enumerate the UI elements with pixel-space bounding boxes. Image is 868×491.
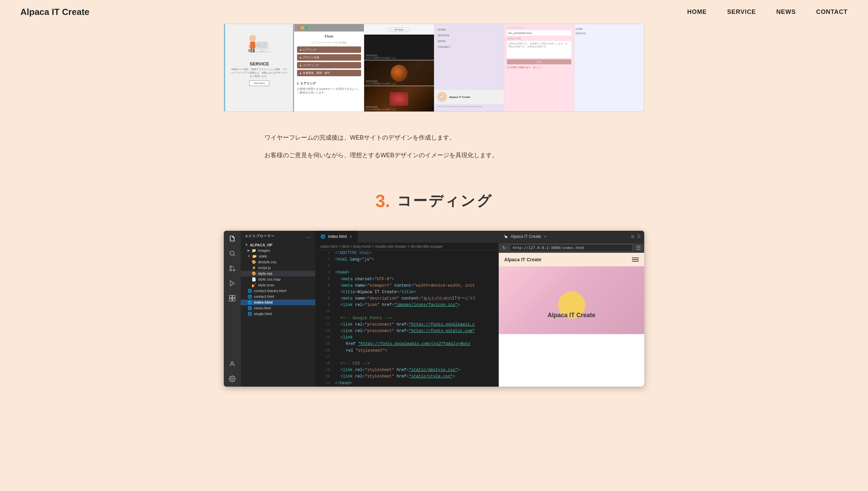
explorer-news-html[interactable]: 🌐 news.html xyxy=(241,305,315,311)
explorer-destyle-css[interactable]: 🎨 destyle.css xyxy=(241,259,315,265)
preview-hero: Alpaca IT Create xyxy=(499,266,644,334)
preview-tabs: 🦙 Alpaca IT Create ✕ ⊞ ☰ xyxy=(499,231,644,243)
all-news-btn[interactable]: ← All News → xyxy=(388,27,410,32)
panel5-email-label: メールアドレス xyxy=(507,26,571,29)
explorer-root-folder[interactable]: ▼ ALPACA_HP xyxy=(241,242,315,248)
logo[interactable]: Alpaca IT Create xyxy=(20,7,90,17)
explorer-contact-html[interactable]: 🌐 contact.html xyxy=(241,294,315,300)
refresh-icon[interactable]: ↻ xyxy=(502,245,506,250)
preview-tab[interactable]: 🦙 Alpaca IT Create ✕ xyxy=(499,231,552,243)
panel5-content-text: お問合せ内容です。お客様のご意見をお伺いします。お問合せ内容です。お問合せ内容で… xyxy=(507,41,571,58)
explorer-icon[interactable] xyxy=(228,234,237,243)
panel6-nav-service: SERVICE xyxy=(574,31,644,36)
main-nav: HOME SERVICE NEWS CONTACT xyxy=(687,8,848,16)
paragraph-1: ワイヤーフレームの完成後は、WEBサイトのデザインを作成します。 xyxy=(264,132,604,143)
flow-step-1: ヒアリング xyxy=(297,46,361,53)
svg-marker-17 xyxy=(230,281,234,286)
nav-link-home[interactable]: HOME xyxy=(687,8,707,15)
explorer-contact-thanks[interactable]: 🌐 contact-thanks.html xyxy=(241,288,315,294)
contact-html-label: contact.html xyxy=(254,294,274,299)
preview-site-header: Alpaca IT Create xyxy=(499,253,644,266)
preview-addressbar: ↻ http://127.0.0.1:3000/index.html ☰ xyxy=(499,243,644,253)
preview-tab-close-icon[interactable]: ✕ xyxy=(544,235,547,239)
folder-open-arrow-icon: ▼ xyxy=(248,254,251,258)
tab-close-icon[interactable]: ✕ xyxy=(350,235,352,239)
nav-link-service[interactable]: SERVICE xyxy=(727,8,756,15)
step1-label: 1. ヒアリング xyxy=(297,81,361,86)
vscode-window: エクスプローラー ... ▼ ALPACA_HP ▶ 📁 images xyxy=(224,231,644,387)
explorer-root: ▼ ALPACA_HP ▶ 📁 images ▼ 📂 static xyxy=(241,242,315,318)
preview-url[interactable]: http://127.0.0.1:3000/index.html xyxy=(510,244,633,251)
explorer-script-js[interactable]: ⚡ script.js xyxy=(241,265,315,271)
wireframe-panel-5: メールアドレス taro_yamada@examp お問合せ内容 お問合せ内容で… xyxy=(504,24,574,111)
hamburger-menu[interactable] xyxy=(632,258,639,262)
accounts-icon[interactable] xyxy=(228,360,237,368)
main-content: SERVICE WEBサイト制作、WEBアプリケーション開発、スマートフォンアプ… xyxy=(0,24,868,407)
panel1-view-more[interactable]: View More xyxy=(249,80,269,86)
code-line-19: 19 <link rel="stylesheet" href="static/d… xyxy=(315,367,498,373)
settings-icon[interactable] xyxy=(228,374,237,383)
contact-thanks-label: contact-thanks.html xyxy=(254,289,286,293)
code-line-1: 1 <!DOCTYPE html> xyxy=(315,250,498,257)
scss-file-icon: 💅 xyxy=(252,283,256,287)
editor-tab-index[interactable]: 🌐 index.html ✕ xyxy=(315,231,358,243)
vscode-activity-bar xyxy=(224,231,241,387)
active-tab-label: 🌐 xyxy=(320,234,326,239)
explorer-single-html[interactable]: 🌐 single.html xyxy=(241,311,315,317)
extensions-icon[interactable] xyxy=(228,294,237,303)
explorer-index-html[interactable]: 🌐 index.html xyxy=(241,300,315,305)
nav-item-news[interactable]: NEWS xyxy=(776,8,796,16)
wireframe-section: SERVICE WEBサイト制作、WEBアプリケーション開発、スマートフォンアプ… xyxy=(0,24,868,122)
explorer-header: エクスプローラー ... xyxy=(241,231,315,242)
style-css-label: style.css xyxy=(258,271,272,275)
folder-collapse-icon: ▶ xyxy=(248,249,250,252)
nav-item-service[interactable]: SERVICE xyxy=(727,8,756,16)
nav-item-home[interactable]: HOME xyxy=(687,8,707,16)
more-icon[interactable]: ☰ xyxy=(637,234,641,239)
split-icon[interactable]: ⊞ xyxy=(631,234,634,239)
preview-menu-icon[interactable]: ☰ xyxy=(636,245,641,251)
style-scss-label: style.scss xyxy=(258,283,274,287)
preview-site-logo: Alpaca IT Create xyxy=(504,257,541,262)
panel4-nav-news: NEWS xyxy=(434,38,504,44)
nav-link-news[interactable]: NEWS xyxy=(776,8,796,15)
svg-rect-19 xyxy=(233,295,235,298)
svg-line-13 xyxy=(234,255,235,256)
nav-item-contact[interactable]: CONTACT xyxy=(816,8,848,16)
destyle-css-label: destyle.css xyxy=(258,260,276,264)
explorer-style-css-map[interactable]: 📄 style.css.map xyxy=(241,277,315,282)
debug-icon[interactable] xyxy=(228,279,237,288)
script-js-label: script.js xyxy=(258,266,271,270)
explorer-style-css[interactable]: 🎨 style.css xyxy=(241,271,315,277)
svg-point-16 xyxy=(230,269,232,271)
editor-tabs: 🌐 index.html ✕ xyxy=(315,231,498,243)
panel5-submit-btn[interactable]: Con xyxy=(507,59,571,64)
css-file-icon: 🎨 xyxy=(252,260,256,264)
svg-rect-10 xyxy=(253,48,255,53)
code-line-10: 10 xyxy=(315,308,498,315)
wireframe-panel-2: Flow ヒアリング〜リリースまでの流れ ヒアリング デザイン作成 コーディング… xyxy=(294,24,364,111)
explorer-style-scss[interactable]: 💅 style.scss xyxy=(241,282,315,288)
panel5-content-label: お問合せ内容 xyxy=(507,37,571,40)
svg-rect-18 xyxy=(230,295,232,298)
explorer-static-folder[interactable]: ▼ 📂 static xyxy=(241,253,315,259)
explorer-images-folder[interactable]: ▶ 📁 images xyxy=(241,248,315,253)
images-folder-label: images xyxy=(258,248,270,252)
search-icon[interactable] xyxy=(228,249,237,258)
svg-rect-20 xyxy=(230,299,232,301)
panel4-copyright: ©2022-2024 Alpaca IT Create All Rights R… xyxy=(437,105,501,107)
preview-tab-favicon: 🦙 xyxy=(504,235,508,239)
step-title: コーディング xyxy=(397,191,493,210)
nav-link-contact[interactable]: CONTACT xyxy=(816,8,848,15)
wireframe-panel-6: HOME SERVICE xyxy=(574,24,644,111)
code-line-9: 9 <link rel="icon" href="images/icons/fa… xyxy=(315,302,498,308)
folder-open-icon: 📂 xyxy=(252,254,257,259)
step-heading: 3. コーディング xyxy=(20,191,848,210)
code-line-5: 5 <meta charset="UTF-8"> xyxy=(315,276,498,283)
panel4-nav-home: HOME xyxy=(434,27,504,33)
svg-line-8 xyxy=(249,44,250,47)
git-icon[interactable] xyxy=(228,264,237,273)
code-line-4: 4 <head> xyxy=(315,269,498,276)
code-line-13: 13 <link rel="preconnect" href="https://… xyxy=(315,328,498,334)
code-line-18: 18 <!-- CSS --> xyxy=(315,361,498,367)
